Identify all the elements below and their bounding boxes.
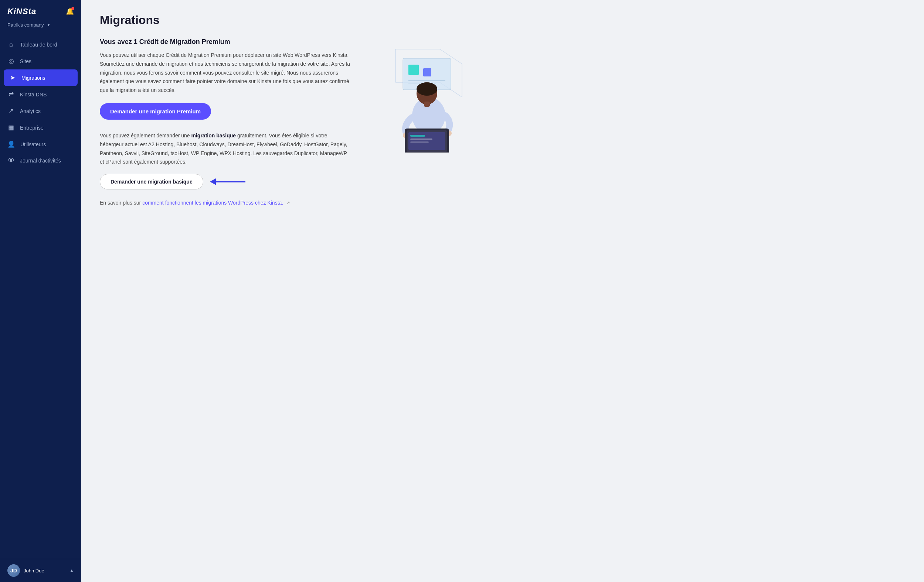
dns-icon: ⇌	[7, 90, 15, 98]
sidebar-footer: JD John Doe ▲	[0, 559, 81, 582]
sidebar-item-kinsta-dns[interactable]: ⇌ Kinsta DNS	[0, 86, 81, 103]
users-icon: 👤	[7, 140, 15, 148]
company-name: Patrik's company	[7, 22, 44, 28]
migration-illustration	[366, 38, 477, 153]
request-premium-migration-button[interactable]: Demander une migration Premium	[100, 103, 211, 120]
svg-rect-7	[408, 65, 419, 75]
kinsta-logo: KiNSta	[7, 7, 36, 16]
user-name: John Doe	[24, 568, 66, 574]
section2-bold: migration basique	[191, 133, 236, 138]
sidebar-item-label: Entreprise	[20, 125, 44, 131]
arrowhead-icon	[210, 178, 216, 185]
arrow-indicator	[210, 178, 246, 185]
sidebar-item-label: Analytics	[20, 108, 41, 114]
arrow-line	[216, 181, 246, 182]
svg-rect-23	[410, 141, 429, 143]
sidebar-item-label: Journal d'activités	[20, 158, 61, 164]
page-title: Migrations	[100, 13, 906, 27]
migrations-icon: ➤	[9, 74, 16, 82]
chevron-down-icon: ▼	[47, 23, 51, 27]
user-menu-chevron[interactable]: ▲	[69, 568, 74, 573]
section1-heading: Vous avez 1 Crédit de Migration Premium	[100, 38, 351, 46]
illustration-area	[366, 38, 477, 153]
sidebar-item-tableau[interactable]: ⌂ Tableau de bord	[0, 36, 81, 53]
content-text: Vous avez 1 Crédit de Migration Premium …	[100, 38, 351, 206]
section1-body: Vous pouvez utiliser chaque Crédit de Mi…	[100, 51, 351, 95]
sidebar-item-journal[interactable]: 👁 Journal d'activités	[0, 153, 81, 169]
analytics-icon: ↗	[7, 107, 15, 115]
notification-dot	[71, 7, 74, 10]
sidebar-item-label: Tableau de bord	[20, 42, 57, 48]
sidebar-item-label: Migrations	[21, 75, 45, 81]
sidebar-item-migrations[interactable]: ➤ Migrations	[4, 69, 78, 86]
sidebar: KiNSta 🔔 Patrik's company ▼ ⌂ Tableau de…	[0, 0, 81, 582]
content-area: Vous avez 1 Crédit de Migration Premium …	[100, 38, 906, 206]
external-link-icon: ↗	[285, 200, 290, 206]
main-content: Migrations Vous avez 1 Crédit de Migrati…	[81, 0, 924, 582]
section2-prefix: Vous pouvez également demander une	[100, 133, 191, 138]
learn-more-link[interactable]: comment fonctionnent les migrations Word…	[142, 200, 283, 206]
sidebar-item-sites[interactable]: ◎ Sites	[0, 53, 81, 69]
learn-more-section: En savoir plus sur comment fonctionnent …	[100, 200, 351, 206]
journal-icon: 👁	[7, 157, 15, 164]
sites-icon: ◎	[7, 57, 15, 65]
svg-rect-22	[410, 138, 432, 140]
svg-rect-21	[410, 135, 425, 136]
basic-migration-row: Demander une migration basique	[100, 174, 351, 189]
request-basic-migration-button[interactable]: Demander une migration basique	[100, 174, 203, 189]
bell-icon[interactable]: 🔔	[66, 7, 74, 15]
company-selector[interactable]: Patrik's company ▼	[0, 20, 81, 33]
sidebar-header: KiNSta 🔔	[0, 0, 81, 20]
svg-rect-8	[423, 68, 431, 76]
svg-rect-14	[424, 102, 430, 107]
avatar: JD	[7, 564, 20, 577]
svg-point-13	[417, 82, 437, 95]
sidebar-item-utilisateurs[interactable]: 👤 Utilisateurs	[0, 136, 81, 153]
home-icon: ⌂	[7, 41, 15, 48]
learn-more-prefix: En savoir plus sur	[100, 200, 142, 206]
sidebar-item-label: Kinsta DNS	[20, 92, 46, 97]
sidebar-item-analytics[interactable]: ↗ Analytics	[0, 103, 81, 119]
entreprise-icon: ▦	[7, 124, 15, 132]
section2-body: Vous pouvez également demander une migra…	[100, 132, 351, 166]
sidebar-nav: ⌂ Tableau de bord ◎ Sites ➤ Migrations ⇌…	[0, 33, 81, 559]
sidebar-item-label: Sites	[20, 58, 31, 64]
sidebar-item-label: Utilisateurs	[20, 141, 46, 147]
sidebar-item-entreprise[interactable]: ▦ Entreprise	[0, 119, 81, 136]
